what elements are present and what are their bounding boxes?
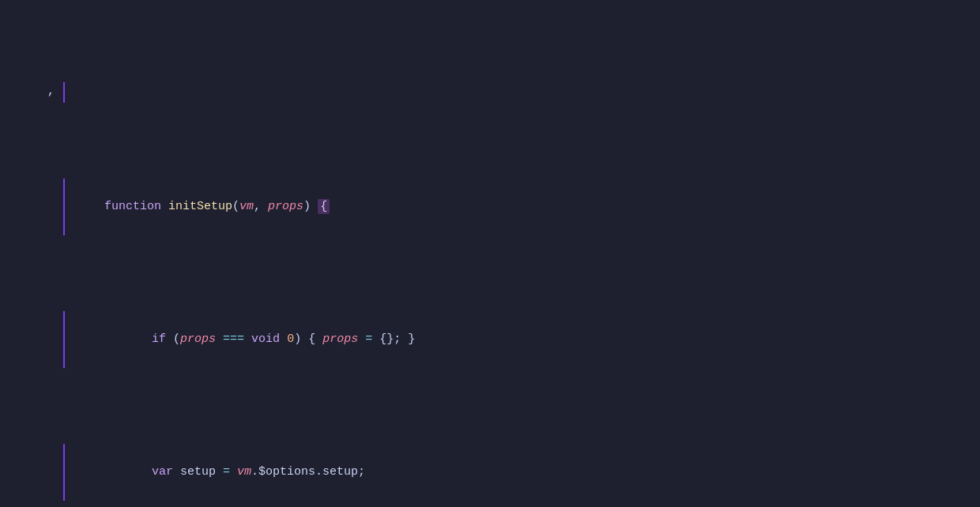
code-line: var setup = vm.$options.setup;: [0, 444, 980, 501]
code-line: if (props === void 0) { props = {}; }: [0, 311, 980, 368]
code-line: ,: [0, 82, 980, 103]
line-text: var setup = vm.$options.setup;: [16, 444, 365, 501]
line-text: ,: [16, 82, 55, 101]
line-text: if (props === void 0) { props = {}; }: [16, 311, 415, 368]
code-line: function initSetup(vm, props) {: [0, 178, 980, 235]
code-editor: , function initSetup(vm, props) { if (pr…: [0, 0, 980, 507]
code-content: , function initSetup(vm, props) { if (pr…: [0, 0, 980, 507]
